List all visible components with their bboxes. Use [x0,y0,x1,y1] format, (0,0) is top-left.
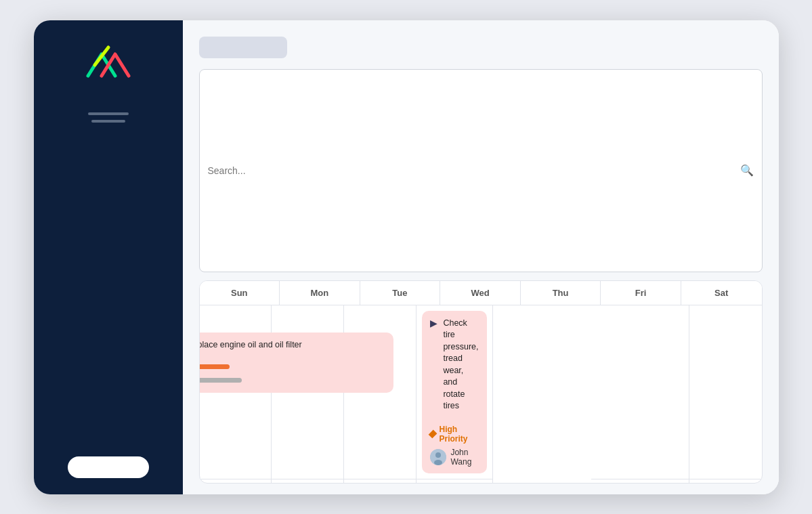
main-content: 🔍 Sun Mon Tue Wed Thu Fri Sat [183,20,779,494]
priority-badge: High Priority [430,425,478,444]
day-tue: Tue [360,281,441,305]
cell-fri-2 [689,479,762,484]
avatar [430,449,446,465]
cell-wed-1: ▶ Check tire pressure, tread wear, and r… [416,305,492,479]
search-input[interactable] [208,165,740,176]
cell-wed-2 [416,479,492,484]
day-thu: Thu [521,281,601,305]
cell-tue-2 [344,479,416,484]
day-sun: Sun [200,281,280,305]
calendar: Sun Mon Tue Wed Thu Fri Sat ⚑ Replace en… [199,280,763,484]
search-bar[interactable]: 🔍 [199,69,763,272]
user-bar [199,378,242,383]
cell-sun-2 [200,479,272,484]
card-mon-float[interactable]: ⚑ Replace engine oil and oil filter [199,333,394,393]
svg-point-2 [434,460,442,465]
sidebar [34,20,183,494]
menu-lines[interactable] [88,112,129,123]
sidebar-bottom-button[interactable] [68,456,149,478]
calendar-header: Sun Mon Tue Wed Thu Fri Sat [200,281,762,305]
play-icon-wed: ▶ [430,318,437,328]
priority-bar [199,364,230,369]
cell-mon-2 [272,479,344,484]
svg-point-1 [435,452,441,458]
title-pill [199,37,287,58]
cell-thu-2: ⏸ Inspect and service the brake system, … [591,479,689,484]
cell-sat-1 [689,305,762,479]
logo [81,42,135,107]
calendar-body: ⚑ Replace engine oil and oil filter [200,305,762,484]
menu-line-1 [88,112,129,115]
card-wed-title: Check tire pressure, tread wear, and rot… [443,318,478,412]
cell-fri-1 [591,305,689,479]
card-wed-top[interactable]: ▶ Check tire pressure, tread wear, and r… [422,311,486,473]
day-mon: Mon [280,281,360,305]
cell-mon-1: ⚑ Replace engine oil and oil filter [272,305,344,479]
day-wed: Wed [440,281,521,305]
priority-label: High Priority [439,425,478,444]
search-icon: 🔍 [740,164,754,177]
card-mon-title: Replace engine oil and oil filter [199,339,302,351]
priority-diamond-wed [429,429,437,438]
day-fri: Fri [601,281,681,305]
menu-line-2 [91,120,125,123]
day-sat: Sat [681,281,762,305]
top-bar [199,37,763,58]
user-name-wed: John Wang [450,448,478,467]
